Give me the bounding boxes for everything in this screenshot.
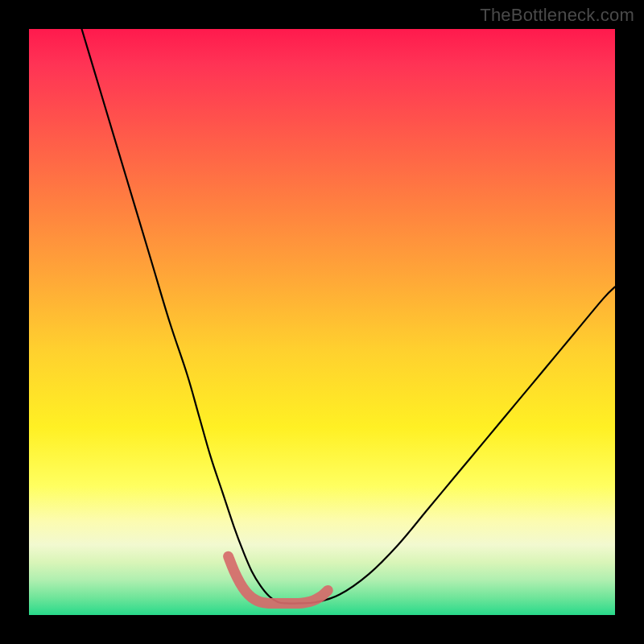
bottleneck-curve bbox=[82, 29, 615, 604]
watermark-text: TheBottleneck.com bbox=[480, 5, 634, 26]
plot-area bbox=[29, 29, 615, 615]
chart-frame: TheBottleneck.com bbox=[0, 0, 644, 644]
curve-layer bbox=[29, 29, 615, 615]
optimal-range-highlight bbox=[229, 556, 328, 603]
